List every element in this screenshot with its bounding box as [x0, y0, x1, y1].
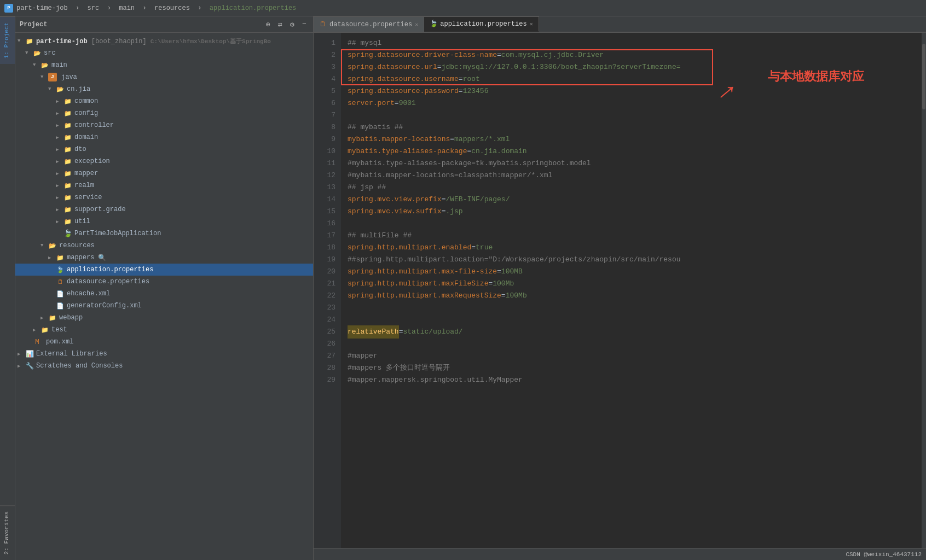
- code-l10-val: cn.jia.domain: [471, 145, 526, 158]
- code-l15-key: spring.mvc.view.suffix: [348, 206, 442, 218]
- tree-item-extlib[interactable]: ▶ 📊 External Libraries: [15, 348, 313, 360]
- arrow-scratches: ▶: [18, 363, 25, 369]
- ln-6: 6: [314, 97, 335, 109]
- locate-icon[interactable]: ⊕: [264, 20, 273, 29]
- tree-item-controller[interactable]: ▶ 📁 controller: [15, 119, 313, 131]
- code-line-27: #mapper: [348, 350, 922, 362]
- label-realm: realm: [74, 182, 94, 189]
- code-line-8: ## mybatis ##: [348, 121, 922, 133]
- resources-icon: 📂: [48, 241, 57, 250]
- settings-icon[interactable]: ⚙: [288, 20, 297, 29]
- code-line-16: [348, 218, 922, 230]
- vertical-scrollbar[interactable]: [922, 33, 926, 548]
- label-webapp: webapp: [59, 314, 83, 322]
- tree-item-datasource-props[interactable]: 🗒 datasource.properties: [15, 276, 313, 288]
- code-line-19: ##spring.http.multipart.location="D:/Wor…: [348, 254, 922, 266]
- ln-27: 27: [314, 350, 335, 362]
- label-dto: dto: [74, 145, 86, 153]
- minimize-icon[interactable]: −: [300, 20, 309, 29]
- tab-application-label: application.properties: [440, 20, 526, 28]
- ln-28: 28: [314, 362, 335, 374]
- code-line-5: spring.datasource.password=123456: [348, 85, 922, 97]
- tab-application-close[interactable]: ✕: [530, 21, 533, 27]
- tree-item-mappers[interactable]: ▶ 📁 mappers 🔍: [15, 252, 313, 264]
- tree-item-common[interactable]: ▶ 📁 common: [15, 95, 313, 107]
- ln-17: 17: [314, 230, 335, 242]
- code-line-20: spring.http.multipart.max-file-size=100M…: [348, 266, 922, 278]
- arrow-exception: ▶: [56, 159, 63, 165]
- folder-icon-dto: 📁: [63, 145, 72, 154]
- tree-item-root[interactable]: ▼ 📁 part-time-job [boot_zhaopin] C:\User…: [15, 35, 313, 47]
- label-test: test: [51, 326, 67, 334]
- code-l18-key: spring.http.multipart.enabled: [348, 242, 471, 254]
- tree-item-support[interactable]: ▶ 📁 support.grade: [15, 203, 313, 215]
- tree-item-dto[interactable]: ▶ 📁 dto: [15, 143, 313, 155]
- tree-item-application-props[interactable]: 🍃 application.properties: [15, 264, 313, 276]
- tree-item-genconfig[interactable]: 📄 generatorConfig.xml: [15, 300, 313, 312]
- tab-favorites[interactable]: 2: Favorites: [0, 505, 15, 560]
- code-line-23: [348, 302, 922, 314]
- tree-item-webapp[interactable]: ▶ 📁 webapp: [15, 312, 313, 324]
- tree-item-pom[interactable]: M pom.xml: [15, 336, 313, 348]
- scroll-icon[interactable]: ⇄: [276, 20, 285, 29]
- datasource-icon: 🗒: [56, 277, 65, 286]
- arrow-extlib: ▶: [18, 351, 25, 357]
- folder-icon-main: 📂: [40, 61, 49, 69]
- tab-datasource-label: datasource.properties: [329, 21, 412, 28]
- tree-item-resources[interactable]: ▼ 📂 resources: [15, 240, 313, 252]
- code-l9-eq: =: [450, 133, 454, 145]
- xml-icon-ehcache: 📄: [56, 289, 65, 298]
- tree-item-config[interactable]: ▶ 📁 config: [15, 107, 313, 119]
- ln-3: 3: [314, 61, 335, 73]
- label-domain: domain: [74, 133, 98, 141]
- ln-24: 24: [314, 314, 335, 326]
- tree-item-util[interactable]: ▶ 📁 util: [15, 215, 313, 228]
- ln-18: 18: [314, 242, 335, 254]
- tree-item-cnjia[interactable]: ▼ 📂 cn.jia: [15, 83, 313, 95]
- arrow-service: ▶: [56, 195, 63, 201]
- code-l21-val: 100Mb: [493, 278, 514, 290]
- code-content[interactable]: → 与本地数据库对应 ## mysql spring.datasource.dr…: [341, 33, 922, 548]
- tab-datasource[interactable]: 🗒 datasource.properties ✕: [314, 16, 424, 32]
- ln-29: 29: [314, 374, 335, 386]
- tree-item-src[interactable]: ▼ 📂 src: [15, 47, 313, 59]
- xml-icon-gen: 📄: [56, 301, 65, 310]
- code-line-13: ## jsp ##: [348, 182, 922, 194]
- folder-icon-cnjia: 📂: [56, 85, 65, 94]
- arrow-pom: [25, 339, 33, 345]
- arrow-mappers: ▶: [48, 255, 56, 261]
- tree-item-main[interactable]: ▼ 📂 main: [15, 59, 313, 71]
- code-l12: #mybatis.mapper-locations=classpath:mapp…: [348, 170, 552, 182]
- tree-item-service[interactable]: ▶ 📁 service: [15, 191, 313, 203]
- tree-item-ehcache[interactable]: 📄 ehcache.xml: [15, 288, 313, 300]
- tree-item-mapper[interactable]: ▶ 📁 mapper: [15, 167, 313, 179]
- search-icon[interactable]: 🔍: [97, 253, 106, 262]
- tree-header-icons: ⊕ ⇄ ⚙ −: [264, 20, 309, 29]
- code-line-10: mybatis.type-aliases-package=cn.jia.doma…: [348, 145, 922, 158]
- tab-datasource-close[interactable]: ✕: [415, 21, 418, 28]
- tree-item-test[interactable]: ▶ 📁 test: [15, 324, 313, 336]
- code-line-12: #mybatis.mapper-locations=classpath:mapp…: [348, 170, 922, 182]
- extlib-icon: 📊: [25, 349, 34, 358]
- arrow-support: ▶: [56, 207, 63, 213]
- label-genconfig: generatorConfig.xml: [67, 302, 142, 310]
- src-icon: 📂: [33, 49, 42, 57]
- code-line-3: spring.datasource.url=jdbc:mysql://127.0…: [348, 61, 922, 73]
- tree-item-domain[interactable]: ▶ 📁 domain: [15, 131, 313, 143]
- code-l22-eq: =: [501, 290, 506, 302]
- tree-item-java[interactable]: ▼ J java: [15, 71, 313, 83]
- ln-22: 22: [314, 290, 335, 302]
- arrow-genconfig: [48, 303, 56, 308]
- label-config: config: [74, 109, 98, 117]
- tree-item-exception[interactable]: ▶ 📁 exception: [15, 155, 313, 167]
- tab-application[interactable]: 🍃 application.properties ✕: [424, 16, 539, 32]
- tree-title: Project: [20, 21, 259, 28]
- code-l27: #mapper: [348, 350, 378, 362]
- tab-project[interactable]: 1: Project: [0, 16, 15, 64]
- tree-item-app[interactable]: 🍃 PartTimeJobApplication: [15, 228, 313, 240]
- code-l25-eq: =: [399, 326, 403, 338]
- tree-item-scratches[interactable]: ▶ 🔧 Scratches and Consoles: [15, 360, 313, 372]
- arrow-webapp: ▶: [40, 315, 48, 321]
- code-l4-eq: =: [459, 73, 463, 85]
- tree-item-realm[interactable]: ▶ 📁 realm: [15, 179, 313, 191]
